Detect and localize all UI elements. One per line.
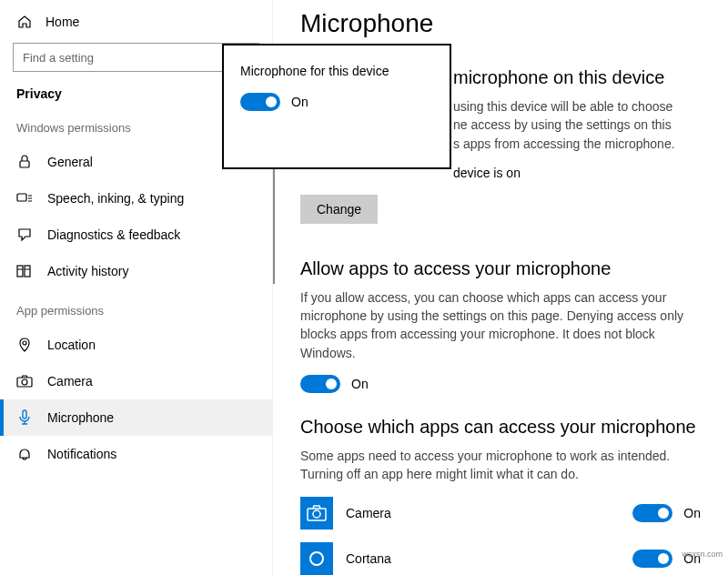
toggle-label: On bbox=[683, 506, 701, 520]
sidebar-item-microphone[interactable]: Microphone bbox=[0, 399, 272, 436]
app-toggle-camera[interactable] bbox=[632, 504, 672, 522]
feedback-icon bbox=[16, 227, 33, 243]
app-icon-camera bbox=[300, 497, 333, 530]
microphone-icon bbox=[16, 409, 33, 426]
svg-point-9 bbox=[313, 510, 320, 518]
sidebar-item-label: Camera bbox=[47, 374, 93, 388]
sidebar-item-label: Microphone bbox=[47, 410, 114, 425]
microphone-device-popup: Microphone for this device On bbox=[222, 44, 451, 169]
home-icon bbox=[16, 14, 33, 30]
app-icon-cortana bbox=[300, 542, 333, 575]
sidebar-item-label: Activity history bbox=[47, 264, 128, 278]
app-access-toggle[interactable] bbox=[300, 375, 340, 393]
bell-icon bbox=[16, 446, 33, 462]
location-icon bbox=[16, 337, 33, 353]
home-link[interactable]: Home bbox=[0, 14, 272, 43]
sidebar-item-notifications[interactable]: Notifications bbox=[0, 436, 272, 472]
app-row-camera: Camera On bbox=[300, 497, 701, 530]
camera-icon bbox=[16, 373, 33, 389]
watermark: wsxsn.com bbox=[682, 550, 723, 559]
sidebar-item-activity[interactable]: Activity history bbox=[0, 253, 272, 289]
sidebar-item-label: Notifications bbox=[47, 447, 116, 461]
app-access-toggle-row: On bbox=[300, 375, 701, 393]
svg-point-4 bbox=[23, 341, 26, 345]
svg-rect-3 bbox=[25, 266, 30, 277]
sidebar-item-speech[interactable]: Speech, inking, & typing bbox=[0, 180, 272, 217]
sidebar-item-label: Speech, inking, & typing bbox=[47, 191, 184, 206]
section-app-access: Allow apps to access your microphone bbox=[300, 258, 701, 279]
sidebar-item-location[interactable]: Location bbox=[0, 327, 272, 363]
toggle-label: On bbox=[351, 377, 369, 391]
page-title: Microphone bbox=[300, 9, 701, 38]
app-access-desc: If you allow access, you can choose whic… bbox=[300, 288, 701, 362]
svg-rect-2 bbox=[17, 266, 23, 277]
svg-point-10 bbox=[310, 552, 323, 565]
toggle-label: On bbox=[291, 95, 308, 109]
lock-icon bbox=[16, 154, 33, 170]
sidebar-item-label: Location bbox=[47, 338, 96, 352]
sidebar-item-camera[interactable]: Camera bbox=[0, 363, 272, 399]
app-toggle-cortana[interactable] bbox=[632, 550, 672, 568]
popup-toggle[interactable] bbox=[240, 93, 280, 111]
sidebar-item-label: Diagnostics & feedback bbox=[47, 227, 180, 242]
sidebar-item-label: General bbox=[47, 155, 93, 169]
svg-rect-1 bbox=[17, 194, 26, 201]
popup-title: Microphone for this device bbox=[240, 64, 433, 78]
app-row-cortana: Cortana On bbox=[300, 542, 701, 575]
section-app-permissions: App permissions bbox=[0, 304, 272, 327]
sidebar-item-diagnostics[interactable]: Diagnostics & feedback bbox=[0, 217, 272, 253]
history-icon bbox=[16, 263, 33, 279]
svg-rect-0 bbox=[20, 161, 29, 167]
speech-icon bbox=[16, 190, 33, 207]
change-button[interactable]: Change bbox=[300, 195, 378, 224]
choose-apps-desc: Some apps need to access your microphone… bbox=[300, 447, 701, 484]
home-label: Home bbox=[46, 15, 79, 29]
app-name: Camera bbox=[346, 506, 620, 520]
svg-point-6 bbox=[22, 379, 27, 385]
app-name: Cortana bbox=[346, 551, 620, 566]
section-choose-apps: Choose which apps can access your microp… bbox=[300, 417, 701, 438]
svg-rect-7 bbox=[23, 410, 26, 419]
